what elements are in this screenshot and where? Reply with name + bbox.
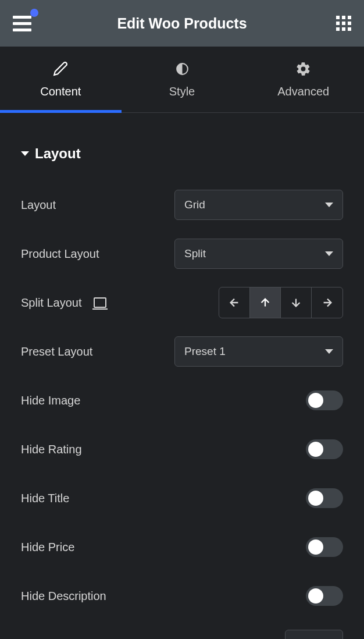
control-label: Hide Rating <box>21 443 82 456</box>
select-value: Grid <box>184 198 205 211</box>
product-layout-select[interactable]: Split <box>174 239 343 269</box>
hide-rating-toggle[interactable] <box>306 439 343 459</box>
apps-button[interactable] <box>336 16 351 31</box>
tab-style[interactable]: Style <box>122 47 243 112</box>
section-title: Layout <box>35 145 81 162</box>
hide-price-toggle[interactable] <box>306 537 343 557</box>
preset-layout-select[interactable]: Preset 1 <box>174 336 343 367</box>
settings-panel: Layout Layout Grid Product Layout Split … <box>0 113 364 639</box>
control-label: Layout <box>21 198 56 212</box>
caret-down-icon <box>21 151 29 156</box>
tab-label: Advanced <box>277 85 329 98</box>
chevron-down-icon <box>325 349 333 354</box>
control-hide-description: Hide Description <box>21 580 343 612</box>
control-hide-image: Hide Image <box>21 384 343 417</box>
control-label: Split Layout <box>21 296 106 310</box>
control-product-layout: Product Layout Split <box>21 237 343 270</box>
control-label: Hide Price <box>21 541 74 554</box>
tabs-bar: Content Style Advanced <box>0 47 364 113</box>
control-word-limit: Word Limit <box>21 629 343 639</box>
notification-dot <box>30 9 38 17</box>
tab-advanced[interactable]: Advanced <box>242 47 364 112</box>
tab-label: Style <box>169 85 195 98</box>
editor-header: Edit Woo Products <box>0 0 364 47</box>
section-header-layout[interactable]: Layout <box>21 129 343 172</box>
arrow-left-button[interactable] <box>219 287 250 318</box>
layout-select[interactable]: Grid <box>174 190 343 220</box>
control-label: Product Layout <box>21 247 99 261</box>
select-value: Split <box>184 247 206 260</box>
control-split-layout: Split Layout <box>21 286 343 319</box>
control-label: Hide Description <box>21 590 106 603</box>
chevron-down-icon <box>325 251 333 256</box>
control-label: Hide Image <box>21 394 80 407</box>
tab-label: Content <box>40 85 81 98</box>
hide-title-toggle[interactable] <box>306 488 343 508</box>
arrow-down-button[interactable] <box>281 287 312 318</box>
control-hide-rating: Hide Rating <box>21 433 343 466</box>
contrast-icon <box>174 61 190 77</box>
hide-description-toggle[interactable] <box>306 586 343 606</box>
control-label: Hide Title <box>21 492 69 505</box>
select-value: Preset 1 <box>184 345 226 358</box>
pencil-icon <box>52 61 69 77</box>
control-label: Preset Layout <box>21 345 92 358</box>
control-hide-price: Hide Price <box>21 531 343 563</box>
chevron-down-icon <box>325 203 333 207</box>
control-hide-title: Hide Title <box>21 482 343 514</box>
control-preset-layout: Preset Layout Preset 1 <box>21 335 343 368</box>
page-title: Edit Woo Products <box>117 15 247 32</box>
desktop-icon[interactable] <box>94 297 106 308</box>
tab-content[interactable]: Content <box>0 47 122 112</box>
arrow-up-button[interactable] <box>250 287 281 318</box>
gear-icon <box>295 61 312 77</box>
control-layout: Layout Grid <box>21 189 343 221</box>
split-layout-buttons <box>219 287 343 318</box>
arrow-right-button[interactable] <box>312 287 342 318</box>
menu-button[interactable] <box>13 16 31 31</box>
word-limit-input[interactable] <box>285 630 343 639</box>
hide-image-toggle[interactable] <box>306 390 343 410</box>
